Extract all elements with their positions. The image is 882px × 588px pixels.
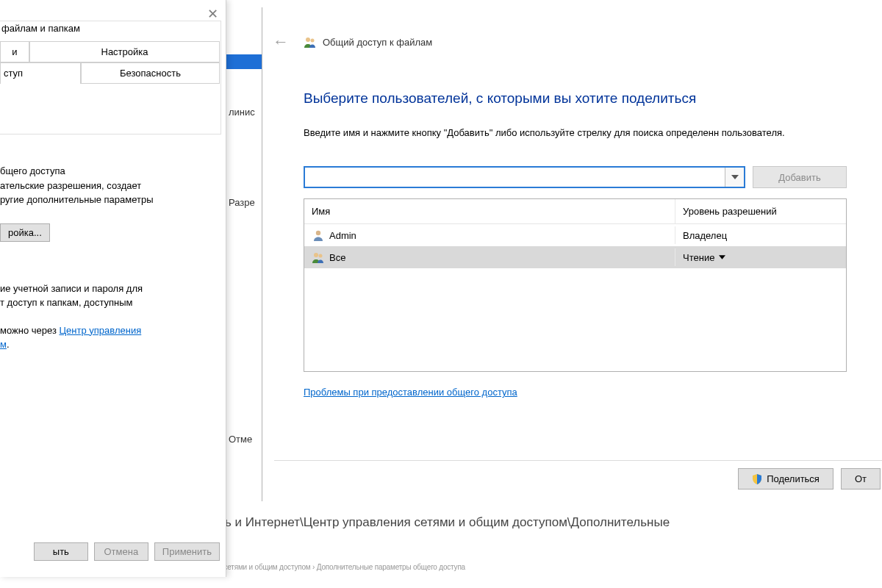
user-row[interactable]: Admin Владелец xyxy=(304,224,846,246)
dialog-button-row: ыть Отмена Применить xyxy=(0,542,220,561)
text-files-folders: файлам и папкам xyxy=(1,21,215,36)
user-list-header: Имя Уровень разрешений xyxy=(304,199,846,224)
svg-point-2 xyxy=(316,231,320,235)
column-name[interactable]: Имя xyxy=(304,199,675,223)
troubleshoot-link[interactable]: Проблемы при предоставлении общего досту… xyxy=(304,387,517,398)
share-title: Общий доступ к файлам xyxy=(304,35,432,49)
chevron-down-icon[interactable] xyxy=(725,168,744,187)
svg-point-1 xyxy=(311,39,315,43)
close-icon[interactable]: ✕ xyxy=(207,6,218,22)
breadcrumb-path: ь и Интернет\Центр управления сетями и о… xyxy=(225,515,670,530)
people-icon xyxy=(304,35,317,49)
bg-text-linis: линис xyxy=(229,107,255,118)
user-list: Имя Уровень разрешений Admin Владелец xyxy=(304,198,847,372)
properties-dialog: ✕ и Настройка ступ Безопасность файлам и… xyxy=(0,0,226,577)
share-footer: Поделиться От xyxy=(274,460,882,490)
user-name: Все xyxy=(329,252,345,263)
svg-point-4 xyxy=(319,254,323,258)
advanced-settings-button[interactable]: ройка... xyxy=(0,223,50,242)
share-description: Введите имя и нажмите кнопку "Добавить" … xyxy=(304,126,847,140)
user-combobox[interactable] xyxy=(304,166,745,188)
tab-settings[interactable]: Настройка xyxy=(29,41,220,62)
permission-level: Чтение xyxy=(683,252,714,263)
advanced-line1: ательские разрешения, создает xyxy=(0,179,221,193)
share-header: ← Общий доступ к файлам xyxy=(262,7,882,57)
shield-icon xyxy=(752,474,762,484)
bg-text-razre: Разре xyxy=(229,197,255,208)
chevron-down-icon xyxy=(719,255,725,259)
bg-text-otme: Отме xyxy=(229,434,252,445)
share-title-text: Общий доступ к файлам xyxy=(323,37,432,48)
advanced-heading: бщего доступа xyxy=(0,164,221,179)
protect-line3: можно через xyxy=(0,325,60,336)
permission-dropdown[interactable]: Чтение xyxy=(683,252,725,263)
protect-line1: ие учетной записи и пароля для xyxy=(0,282,221,296)
advanced-line2: ругие дополнительные параметры xyxy=(0,193,221,207)
add-user-row: Добавить xyxy=(304,166,847,188)
network-center-link[interactable]: Центр управления xyxy=(60,325,142,336)
network-center-link-cont[interactable]: м xyxy=(0,339,7,350)
user-name: Admin xyxy=(329,230,356,241)
user-icon xyxy=(312,229,325,242)
user-input[interactable] xyxy=(305,168,725,187)
user-row[interactable]: Все Чтение xyxy=(304,246,846,268)
share-button[interactable]: Поделиться xyxy=(738,468,833,490)
column-permission[interactable]: Уровень разрешений xyxy=(675,199,846,223)
tab-partial-1[interactable]: и xyxy=(0,41,29,62)
svg-point-0 xyxy=(306,37,310,42)
properties-tabs: и Настройка ступ Безопасность xyxy=(0,41,220,84)
selection-band xyxy=(226,54,262,69)
permission-level: Владелец xyxy=(683,230,727,241)
apply-button[interactable]: Применить xyxy=(154,542,220,561)
share-button-label: Поделиться xyxy=(767,473,820,484)
tab-security[interactable]: Безопасность xyxy=(81,62,220,84)
back-arrow-icon[interactable]: ← xyxy=(268,32,293,51)
background-sliver xyxy=(226,0,262,588)
share-heading: Выберите пользователей, с которыми вы хо… xyxy=(304,90,847,108)
tab-access[interactable]: ступ xyxy=(0,62,81,84)
group-icon xyxy=(312,251,325,264)
cancel-button[interactable]: Отмена xyxy=(94,542,148,561)
cancel-share-button[interactable]: От xyxy=(841,468,881,490)
add-button[interactable]: Добавить xyxy=(753,166,847,188)
close-button[interactable]: ыть xyxy=(34,542,88,561)
share-main: Выберите пользователей, с которыми вы хо… xyxy=(262,57,882,398)
svg-point-3 xyxy=(314,253,318,257)
file-sharing-dialog: ← Общий доступ к файлам Выберите пользов… xyxy=(262,7,882,501)
protect-line2: т доступ к папкам, доступным xyxy=(0,295,221,310)
